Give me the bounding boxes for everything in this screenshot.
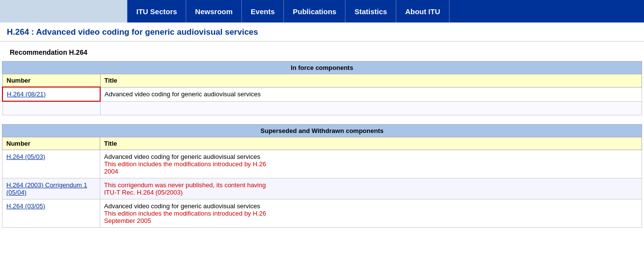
navigation-bar: ITU Sectors Newsroom Events Publications… xyxy=(0,0,644,22)
superseded-number-0: H.264 (05/03) xyxy=(2,150,100,178)
superseded-title-1: This corrigendum was never published, it… xyxy=(100,178,642,199)
in-force-title-0: Advanced video coding for generic audiov… xyxy=(100,87,642,101)
superseded-link-1[interactable]: H.264 (2003) Corrigendum 1 (05/04) xyxy=(6,181,87,196)
nav-newsroom[interactable]: Newsroom xyxy=(186,0,242,22)
superseded-title-2: Advanced video coding for generic audiov… xyxy=(100,199,642,228)
superseded-title-red-2: This edition includes the modifications … xyxy=(104,210,266,217)
logo-area xyxy=(0,0,127,22)
in-force-header: In force components xyxy=(2,61,642,74)
superseded-title-black-2: Advanced video coding for generic audiov… xyxy=(104,202,260,210)
superseded-number-2: H.264 (03/05) xyxy=(2,199,100,228)
superseded-col-title: Title xyxy=(100,137,642,150)
superseded-row-0: H.264 (05/03) Advanced video coding for … xyxy=(2,150,642,178)
superseded-section: Superseded and Withdrawn components Numb… xyxy=(2,124,642,228)
nav-about-itu[interactable]: About ITU xyxy=(396,0,450,22)
superseded-title-red-0: This edition includes the modifications … xyxy=(104,160,266,168)
superseded-table: Number Title H.264 (05/03) Advanced vide… xyxy=(2,137,642,228)
in-force-table: Number Title H.264 (08/21) Advanced vide… xyxy=(2,74,642,115)
nav-itu-sectors[interactable]: ITU Sectors xyxy=(127,0,186,22)
in-force-section: In force components Number Title H.264 (… xyxy=(2,61,642,115)
in-force-link-0[interactable]: H.264 (08/21) xyxy=(7,90,46,98)
superseded-number-1: H.264 (2003) Corrigendum 1 (05/04) xyxy=(2,178,100,199)
in-force-number-0: H.264 (08/21) xyxy=(2,87,100,101)
rec-label: Recommendation H.264 xyxy=(0,42,644,61)
superseded-row-1: H.264 (2003) Corrigendum 1 (05/04) This … xyxy=(2,178,642,199)
superseded-row-2: H.264 (03/05) Advanced video coding for … xyxy=(2,199,642,228)
superseded-title-red2-0: 2004 xyxy=(104,168,118,175)
superseded-title-red2-1: ITU-T Rec. H.264 (05/2003) xyxy=(104,189,183,196)
in-force-col-number: Number xyxy=(2,74,100,88)
in-force-empty-row xyxy=(2,101,642,115)
superseded-link-0[interactable]: H.264 (05/03) xyxy=(6,153,45,160)
superseded-title-red-1: This corrigendum was never published, it… xyxy=(104,181,266,189)
page-title: H.264 : Advanced video coding for generi… xyxy=(0,22,644,42)
in-force-empty-number xyxy=(2,101,100,115)
in-force-col-title: Title xyxy=(100,74,642,88)
superseded-title-black-0: Advanced video coding for generic audiov… xyxy=(104,153,260,160)
in-force-row-0: H.264 (08/21) Advanced video coding for … xyxy=(2,87,642,101)
superseded-title-red2-2: September 2005 xyxy=(104,217,151,224)
superseded-header: Superseded and Withdrawn components xyxy=(2,124,642,137)
superseded-link-2[interactable]: H.264 (03/05) xyxy=(6,202,45,210)
nav-items: ITU Sectors Newsroom Events Publications… xyxy=(127,0,450,22)
nav-statistics[interactable]: Statistics xyxy=(345,0,396,22)
nav-publications[interactable]: Publications xyxy=(284,0,345,22)
superseded-title-0: Advanced video coding for generic audiov… xyxy=(100,150,642,178)
nav-events[interactable]: Events xyxy=(242,0,284,22)
main-content: In force components Number Title H.264 (… xyxy=(0,61,644,228)
in-force-empty-title xyxy=(100,101,642,115)
superseded-col-number: Number xyxy=(2,137,100,150)
